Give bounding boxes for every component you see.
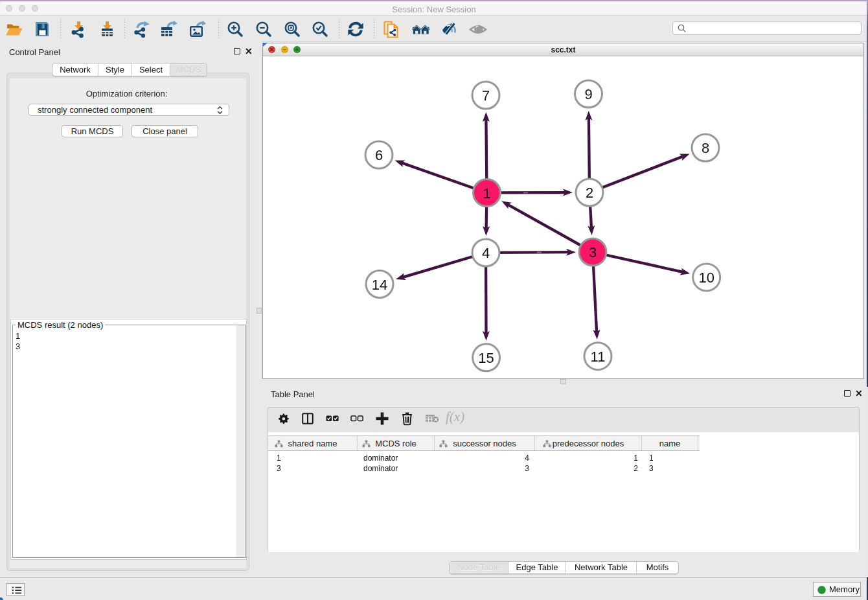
svg-text:9: 9 bbox=[584, 86, 592, 102]
svg-text:8: 8 bbox=[702, 140, 709, 156]
svg-text:14: 14 bbox=[372, 277, 387, 293]
svg-text:15: 15 bbox=[478, 350, 494, 366]
svg-text:3: 3 bbox=[589, 244, 597, 260]
svg-text:7: 7 bbox=[482, 87, 490, 104]
svg-text:2: 2 bbox=[586, 185, 593, 201]
svg-text:6: 6 bbox=[375, 147, 383, 163]
svg-text:11: 11 bbox=[591, 349, 606, 365]
svg-text:4: 4 bbox=[482, 245, 490, 261]
svg-text:1: 1 bbox=[483, 185, 490, 202]
svg-text:10: 10 bbox=[698, 270, 714, 286]
